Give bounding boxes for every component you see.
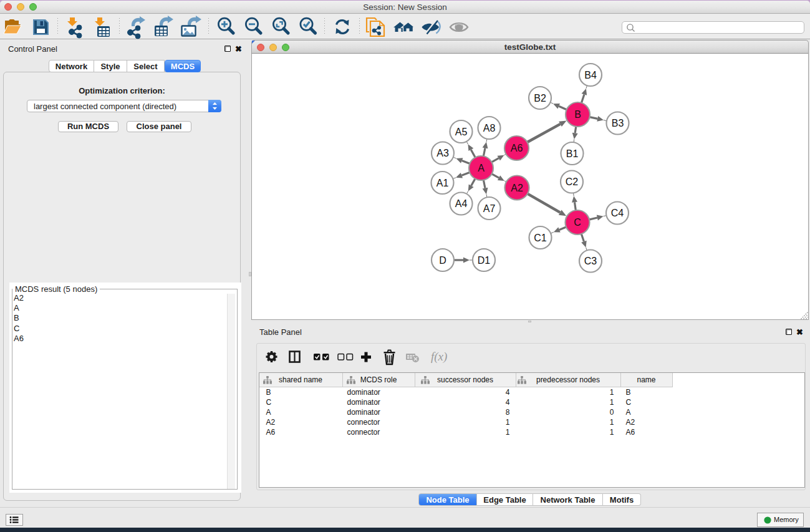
svg-text:B: B [574, 109, 581, 120]
svg-text:D1: D1 [478, 255, 491, 266]
svg-text:A1: A1 [436, 178, 449, 188]
svg-text:f(x): f(x) [431, 350, 447, 364]
svg-text:A: A [478, 163, 485, 173]
svg-text:A2: A2 [511, 183, 523, 193]
svg-text:A7: A7 [483, 203, 496, 214]
svg-text:A3: A3 [436, 148, 449, 158]
svg-text:B1: B1 [566, 148, 579, 159]
svg-text:B3: B3 [612, 118, 624, 128]
svg-text:A5: A5 [455, 127, 468, 137]
svg-text:C4: C4 [611, 208, 624, 218]
svg-text:C1: C1 [534, 233, 547, 243]
svg-text:A4: A4 [455, 198, 468, 209]
svg-text:C: C [574, 217, 581, 228]
svg-text:C3: C3 [584, 256, 597, 266]
svg-text:B2: B2 [534, 93, 546, 104]
svg-text:A6: A6 [511, 143, 523, 153]
svg-text:B4: B4 [584, 70, 597, 80]
svg-text:D: D [439, 255, 446, 266]
svg-text:A8: A8 [483, 123, 496, 133]
svg-text:C2: C2 [566, 177, 579, 187]
